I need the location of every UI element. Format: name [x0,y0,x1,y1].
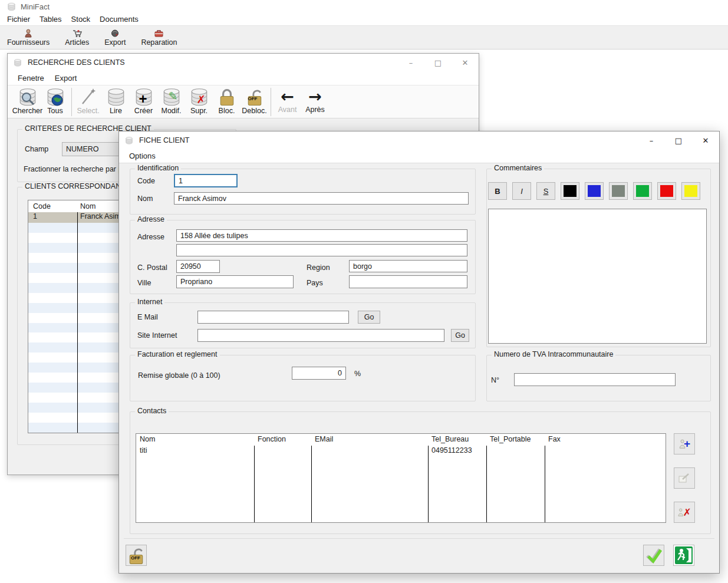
cp-label: C. Postal [137,263,167,272]
green-check-icon [645,546,663,564]
client-window-titlebar[interactable]: FICHE CLIENT – □ ✕ [119,131,719,149]
avant-button[interactable]: ← Avant [274,87,301,114]
site-input[interactable] [197,329,444,342]
minimize-button[interactable]: – [397,54,424,71]
menu-documents[interactable]: Documents [95,14,143,25]
arrow-left-icon: ← [281,87,294,106]
col-fonction[interactable]: Fonction [258,435,286,443]
menu-fenetre[interactable]: Fenetre [12,73,50,84]
menu-stock[interactable]: Stock [67,14,95,25]
validate-button[interactable] [643,545,664,566]
edit-contact-button[interactable] [674,467,695,489]
close-button[interactable]: ✕ [692,131,719,149]
add-contact-button[interactable]: + [674,433,695,454]
tva-input[interactable] [514,373,676,386]
red-x-icon: ✗ [683,506,691,518]
menu-fichier[interactable]: Fichier [2,14,35,25]
col-tel-bureau[interactable]: Tel_Bureau [431,435,469,443]
region-input[interactable]: borgo [349,260,467,272]
plus-icon: + [139,91,147,107]
unlock-toggle-button[interactable]: OFF [126,545,147,566]
debloc-button[interactable]: OFF Debloc. [241,87,268,115]
search-window-titlebar[interactable]: RECHERCHE DES CLIENTS – □ ✕ [8,54,479,71]
exit-button[interactable] [673,545,694,566]
color-gray-button[interactable] [609,182,628,200]
column-header-code[interactable]: Code [33,202,51,210]
contacts-group: Contacts Nom Fonction EMail Tel_Bureau T… [130,411,711,534]
email-go-button[interactable]: Go [358,311,380,324]
articles-button[interactable]: Articles [61,28,93,47]
search-window-menubar: Fenetre Export [8,71,479,85]
col-fax[interactable]: Fax [548,435,561,443]
commentaires-group: Commentaires B I S [486,169,711,347]
column-header-nom[interactable]: Nom [80,202,95,210]
app-titlebar: MiniFact [0,0,728,13]
select-button[interactable]: Select. [74,87,102,115]
adresse-label: Adresse [137,233,164,241]
contact-row-tel-bureau[interactable]: 0495112233 [431,446,472,454]
identification-group: Identification Code 1 Nom Franck Asimov [130,169,476,215]
internet-legend: Internet [135,298,164,306]
cp-input[interactable]: 20950 [176,260,220,273]
bold-button[interactable]: B [488,182,507,200]
client-window-menubar: Options [119,149,719,163]
commentaires-legend: Commentaires [492,164,544,172]
contact-row-nom[interactable]: titi [140,446,147,454]
internet-group: Internet E Mail Go Site Internet Go [130,302,476,348]
results-legend: CLIENTS CORRESPONDANT [22,182,128,190]
site-go-button[interactable]: Go [451,329,469,342]
identification-legend: Identification [135,164,181,172]
color-green-button[interactable] [633,182,652,200]
minimize-button[interactable]: – [638,131,665,149]
magnifier-icon [20,91,35,107]
contacts-table[interactable]: Nom Fonction EMail Tel_Bureau Tel_Portab… [136,433,666,523]
email-input[interactable] [197,311,349,324]
tous-button[interactable]: Tous [41,87,69,115]
adresse-line1-input[interactable]: 158 Allée des tulipes [176,229,467,242]
menu-tables[interactable]: Tables [35,14,67,25]
apres-button[interactable]: → Après [301,87,329,114]
commentaires-textarea[interactable] [488,209,707,344]
italic-button[interactable]: I [512,182,531,200]
menu-options[interactable]: Options [124,150,161,162]
color-red-button[interactable] [657,182,676,200]
fractionner-label: Fractionner la recherche par pa [24,165,126,173]
lire-button[interactable]: Lire [102,87,130,115]
col-tel-portable[interactable]: Tel_Portable [490,435,531,443]
email-label: E Mail [137,313,158,321]
cart-icon [72,29,82,38]
app-menubar: Fichier Tables Stock Documents [0,13,728,25]
chercher-button[interactable]: Chercher [14,87,41,115]
toolbar-separator [271,88,271,116]
remise-input[interactable]: 0 [292,367,346,380]
color-blue-button[interactable] [585,182,604,200]
delete-contact-button[interactable]: ✗ [674,502,695,523]
code-label: Code [137,177,155,185]
underline-button[interactable]: S [536,182,555,200]
adresse-line2-input[interactable] [176,244,467,256]
modif-button[interactable]: ✎ Modif. [157,87,185,115]
maximize-button[interactable]: □ [424,54,452,71]
tva-n-label: N° [491,376,499,384]
ville-input[interactable]: Propriano [176,275,294,288]
col-email[interactable]: EMail [315,435,333,443]
menu-export[interactable]: Export [50,73,83,84]
export-button[interactable]: Export [101,28,129,47]
read-database-icon [106,87,126,107]
maximize-button[interactable]: □ [665,131,692,149]
fournisseurs-button[interactable]: Fournisseurs [4,28,53,47]
creer-button[interactable]: + Créer [130,87,157,115]
close-button[interactable]: ✕ [452,54,479,71]
pencil-icon: ✎ [169,90,178,103]
color-yellow-button[interactable] [681,182,700,200]
arrow-right-icon: → [308,87,322,106]
bloc-button[interactable]: Bloc. [213,87,241,115]
export-icon [110,29,120,38]
reparation-button[interactable]: Reparation [137,28,180,47]
code-input[interactable]: 1 [174,174,238,187]
pays-input[interactable] [349,275,467,288]
col-nom[interactable]: Nom [140,435,155,443]
supr-button[interactable]: ✗ Supr. [185,87,213,115]
nom-input[interactable]: Franck Asimov [174,192,469,205]
color-black-button[interactable] [561,182,579,200]
